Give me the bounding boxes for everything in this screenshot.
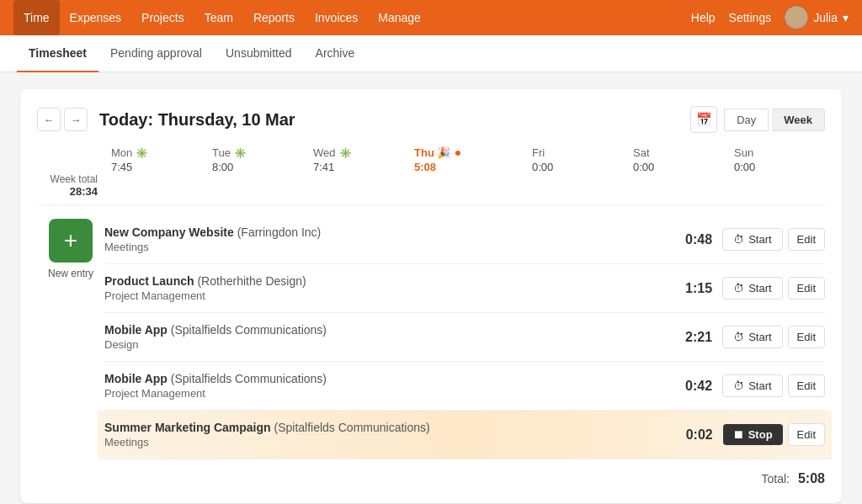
entry-project: Product Launch (Rotherhithe Design) <box>104 274 670 288</box>
entry-project: Summer Marketing Campaign (Spitalfields … <box>104 421 671 434</box>
main-content: ← → Today: Thursday, 10 Mar 📅 Day Week M… <box>0 72 862 504</box>
entry-info: Product Launch (Rotherhithe Design) Proj… <box>104 274 670 302</box>
nav-item-invoices[interactable]: Invoices <box>305 0 368 35</box>
subnav-archive[interactable]: Archive <box>304 35 367 72</box>
day-view-button[interactable]: Day <box>724 109 769 131</box>
nav-arrows: ← → <box>37 108 88 131</box>
day-tue: Tue ✳️ 8:00 <box>205 146 306 173</box>
entry-task: Project Management <box>104 387 670 400</box>
subnav-unsubmitted[interactable]: Unsubmitted <box>214 35 304 72</box>
day-mon: Mon ✳️ 7:45 <box>104 146 205 173</box>
days-row: Mon ✳️ 7:45 Tue ✳️ 8:00 Wed ✳️ 7:41 Thu … <box>37 146 825 205</box>
avatar <box>785 6 808 29</box>
chevron-down-icon: ▾ <box>843 11 849 24</box>
table-row: New Company Website (Farringdon Inc) Mee… <box>104 215 825 264</box>
edit-button[interactable]: Edit <box>788 374 825 397</box>
new-entry-label: New entry <box>48 268 93 279</box>
clock-icon: ⏱ <box>733 233 744 246</box>
calendar-button[interactable]: 📅 <box>690 106 717 133</box>
day-fri: Fri 0:00 <box>525 146 626 173</box>
timesheet-header: ← → Today: Thursday, 10 Mar 📅 Day Week <box>37 106 825 133</box>
nav-item-team[interactable]: Team <box>194 0 243 35</box>
nav-item-expenses[interactable]: Expenses <box>60 0 131 35</box>
day-thu: Thu 🎉 5:08 <box>407 146 525 173</box>
clock-icon: ⏱ <box>733 282 744 294</box>
settings-link[interactable]: Settings <box>729 11 772 24</box>
entry-actions: ⏱ Start Edit <box>722 374 825 397</box>
nav-item-manage[interactable]: Manage <box>368 0 431 35</box>
entries-column: New Company Website (Farringdon Inc) Mee… <box>104 215 825 486</box>
entry-project: New Company Website (Farringdon Inc) <box>104 225 670 239</box>
edit-button[interactable]: Edit <box>788 326 825 348</box>
new-entry-column: + New entry <box>37 215 104 486</box>
week-view-button[interactable]: Week <box>772 109 825 131</box>
week-total: Week total 28:34 <box>37 173 104 198</box>
entry-actions: ⏱ Start Edit <box>722 228 825 251</box>
entry-duration: 2:21 <box>670 330 712 345</box>
entry-duration: 0:02 <box>671 427 713 443</box>
entry-actions: ⏱ Start Edit <box>722 277 825 300</box>
entry-task: Meetings <box>104 436 671 448</box>
table-row: Mobile App (Spitalfields Communications)… <box>104 362 825 411</box>
new-entry-button[interactable]: + <box>49 219 93 263</box>
clock-icon: ⏱ <box>733 331 744 343</box>
entry-actions: ⏹ Stop Edit <box>723 423 825 446</box>
entry-project: Mobile App (Spitalfields Communications) <box>104 372 670 385</box>
day-wed: Wed ✳️ 7:41 <box>306 146 407 173</box>
day-sat: Sat 0:00 <box>626 146 727 173</box>
prev-week-button[interactable]: ← <box>37 108 61 131</box>
edit-button[interactable]: Edit <box>788 228 825 251</box>
edit-button[interactable]: Edit <box>788 277 825 300</box>
username: Julia <box>813 11 838 24</box>
day-sun: Sun 0:00 <box>727 146 825 173</box>
entry-duration: 0:48 <box>670 232 712 247</box>
start-button[interactable]: ⏱ Start <box>722 326 782 348</box>
timesheet-title: Today: Thursday, 10 Mar <box>99 110 690 130</box>
edit-button[interactable]: Edit <box>788 423 825 446</box>
table-row: Mobile App (Spitalfields Communications)… <box>104 313 825 362</box>
subnav-pending-approval[interactable]: Pending approval <box>98 35 214 72</box>
total-row: Total: 5:08 <box>104 459 825 486</box>
entry-duration: 0:42 <box>670 379 712 394</box>
new-entry-spacer <box>37 146 104 173</box>
entry-task: Design <box>104 338 670 351</box>
clock-icon: ⏱ <box>733 379 744 392</box>
entry-task: Meetings <box>104 241 670 253</box>
entry-info: Mobile App (Spitalfields Communications)… <box>104 323 670 351</box>
timesheet-body: + New entry New Company Website (Farring… <box>37 215 825 486</box>
entry-info: New Company Website (Farringdon Inc) Mee… <box>104 225 670 253</box>
stop-button[interactable]: ⏹ Stop <box>723 424 783 445</box>
stop-icon: ⏹ <box>733 428 744 441</box>
next-week-button[interactable]: → <box>64 108 88 131</box>
user-menu[interactable]: Julia ▾ <box>785 6 849 29</box>
nav-item-projects[interactable]: Projects <box>131 0 194 35</box>
table-row: Product Launch (Rotherhithe Design) Proj… <box>104 264 825 313</box>
start-button[interactable]: ⏱ Start <box>722 228 782 251</box>
sub-nav: Timesheet Pending approval Unsubmitted A… <box>0 35 862 72</box>
nav-item-time[interactable]: Time <box>13 0 60 35</box>
table-row: Summer Marketing Campaign (Spitalfields … <box>98 411 832 459</box>
entry-project: Mobile App (Spitalfields Communications) <box>104 323 670 337</box>
start-button[interactable]: ⏱ Start <box>722 374 782 397</box>
entry-actions: ⏱ Start Edit <box>722 326 825 348</box>
help-link[interactable]: Help <box>691 11 716 24</box>
subnav-timesheet[interactable]: Timesheet <box>17 35 98 72</box>
entry-duration: 1:15 <box>670 281 712 296</box>
total-value: 5:08 <box>798 471 825 486</box>
timesheet-container: ← → Today: Thursday, 10 Mar 📅 Day Week M… <box>20 89 842 503</box>
entry-info: Mobile App (Spitalfields Communications)… <box>104 372 670 400</box>
view-toggle: 📅 Day Week <box>690 106 825 133</box>
entry-info: Summer Marketing Campaign (Spitalfields … <box>104 421 671 448</box>
total-label: Total: <box>762 472 790 485</box>
start-button[interactable]: ⏱ Start <box>722 277 782 300</box>
nav-item-reports[interactable]: Reports <box>243 0 305 35</box>
top-nav: Time Expenses Projects Team Reports Invo… <box>0 0 862 35</box>
entry-task: Project Management <box>104 289 670 302</box>
